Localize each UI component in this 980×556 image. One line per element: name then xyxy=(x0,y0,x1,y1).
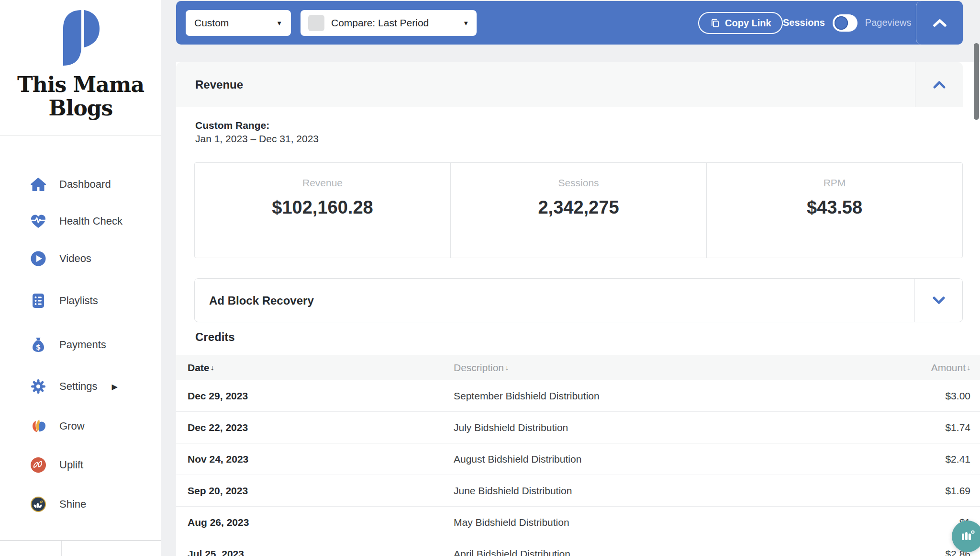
sidebar-item-label: Dashboard xyxy=(59,178,111,191)
custom-range-value: Jan 1, 2023 – Dec 31, 2023 xyxy=(195,132,319,146)
credit-date: Dec 22, 2023 xyxy=(188,412,331,443)
site-logo: This Mama Blogs xyxy=(0,9,161,120)
sessions-toggle-label[interactable]: Sessions xyxy=(783,17,825,28)
credit-amount: $1.69 xyxy=(779,475,970,506)
credit-date: Jul 25, 2023 xyxy=(188,538,331,556)
column-header-date[interactable]: Date↓ xyxy=(188,355,331,380)
stat-value: $102,160.28 xyxy=(195,197,450,218)
revenue-collapse-button[interactable] xyxy=(915,62,963,107)
shine-logo-icon xyxy=(30,496,47,513)
custom-range-block: Custom Range: Jan 1, 2023 – Dec 31, 2023 xyxy=(195,119,319,146)
main-content: Revenue Custom Range: Jan 1, 2023 – Dec … xyxy=(176,62,980,556)
table-row: Nov 24, 2023 August Bidshield Distributi… xyxy=(176,443,980,475)
column-label: Date xyxy=(188,362,210,374)
pageviews-toggle-label[interactable]: Pageviews xyxy=(865,17,912,28)
credit-description: June Bidshield Distribution xyxy=(454,475,789,506)
sidebar-item-shine[interactable]: Shine xyxy=(30,493,86,515)
chevron-up-icon xyxy=(933,80,946,89)
credit-date: Sep 20, 2023 xyxy=(188,475,331,506)
compare-select[interactable]: Compare: Last Period ▼ xyxy=(301,10,477,36)
caret-down-icon: ▼ xyxy=(463,20,469,27)
compare-checkbox[interactable] xyxy=(308,15,324,31)
site-name-line1: This Mama xyxy=(0,73,161,96)
credit-description: August Bidshield Distribution xyxy=(454,443,789,475)
sidebar-footer-vertical-divider xyxy=(61,541,62,556)
sidebar-item-settings[interactable]: Settings ▶ xyxy=(30,375,118,397)
column-label: Amount xyxy=(931,362,966,374)
sidebar-item-health-check[interactable]: Health Check xyxy=(30,210,122,232)
credit-amount: $2.41 xyxy=(779,443,970,475)
chevron-up-icon xyxy=(932,18,947,28)
table-row: Dec 29, 2023 September Bidshield Distrib… xyxy=(176,380,980,412)
mediavine-logo-icon xyxy=(958,526,978,546)
mediavine-assistant-button[interactable] xyxy=(952,521,980,552)
sidebar-item-label: Grow xyxy=(59,420,85,432)
brand-p-logo-icon xyxy=(60,9,101,69)
credit-amount: $3.00 xyxy=(779,380,970,411)
sidebar-item-uplift[interactable]: Uplift xyxy=(30,454,83,476)
table-row: Sep 20, 2023 June Bidshield Distribution… xyxy=(176,475,980,507)
topbar: Custom ▼ Compare: Last Period ▼ Copy Lin… xyxy=(176,1,963,45)
column-header-description[interactable]: Description↓ xyxy=(454,355,789,380)
sidebar-item-videos[interactable]: Videos xyxy=(30,248,91,270)
vertical-scrollbar-thumb[interactable] xyxy=(974,43,979,120)
credits-table-header: Date↓ Description↓ Amount↓ xyxy=(176,355,980,380)
credit-date: Aug 26, 2023 xyxy=(188,507,331,538)
stat-card-revenue: Revenue $102,160.28 xyxy=(195,163,450,258)
money-bag-icon: $ xyxy=(30,336,47,353)
compare-value: Compare: Last Period xyxy=(331,17,459,29)
revenue-section-header: Revenue xyxy=(176,62,963,107)
chevron-right-icon: ▶ xyxy=(112,382,118,391)
stat-card-sessions: Sessions 2,342,275 xyxy=(450,163,706,258)
grow-logo-icon xyxy=(30,418,47,435)
gear-icon xyxy=(30,378,47,395)
credits-title: Credits xyxy=(195,330,235,344)
date-range-value: Custom xyxy=(194,17,272,29)
stat-label: Sessions xyxy=(451,177,706,189)
sidebar-item-label: Health Check xyxy=(59,215,122,227)
sidebar-item-label: Playlists xyxy=(59,295,98,307)
credit-date: Dec 29, 2023 xyxy=(188,380,331,411)
site-name-line2: Blogs xyxy=(0,96,161,120)
revenue-section-title: Revenue xyxy=(195,62,243,107)
sidebar-item-label: Settings xyxy=(59,380,98,393)
sidebar-item-label: Shine xyxy=(59,498,86,511)
adblock-expand-button[interactable] xyxy=(914,279,962,322)
svg-text:$: $ xyxy=(36,343,41,352)
stat-value: $43.58 xyxy=(707,197,962,218)
table-row: Jul 25, 2023 April Bidshield Distributio… xyxy=(176,538,980,556)
sidebar-item-label: Payments xyxy=(59,339,106,351)
credit-amount: $1.74 xyxy=(779,412,970,443)
stat-label: Revenue xyxy=(195,177,450,189)
sidebar-item-label: Videos xyxy=(59,252,91,265)
credit-description: April Bidshield Distribution xyxy=(454,538,789,556)
toggle-knob xyxy=(835,16,848,30)
credit-date: Nov 24, 2023 xyxy=(188,443,331,475)
column-header-amount[interactable]: Amount↓ xyxy=(779,355,970,380)
site-name: This Mama Blogs xyxy=(0,73,161,120)
chevron-down-icon xyxy=(932,296,946,305)
stat-card-rpm: RPM $43.58 xyxy=(706,163,962,258)
sidebar-item-grow[interactable]: Grow xyxy=(30,415,85,437)
credit-amount: $2.86 xyxy=(779,538,970,556)
stat-value: 2,342,275 xyxy=(451,197,706,218)
adblock-recovery-section[interactable]: Ad Block Recovery xyxy=(194,278,963,322)
sidebar-item-label: Uplift xyxy=(59,459,83,471)
date-range-select[interactable]: Custom ▼ xyxy=(186,10,291,36)
credit-description: July Bidshield Distribution xyxy=(454,412,789,443)
custom-range-label: Custom Range: xyxy=(195,119,319,132)
copy-link-button[interactable]: Copy Link xyxy=(698,12,783,34)
table-row: Dec 22, 2023 July Bidshield Distribution… xyxy=(176,412,980,443)
sidebar-item-dashboard[interactable]: Dashboard xyxy=(30,173,111,195)
dashboard-screen: This Mama Blogs Dashboard Health Check xyxy=(0,0,980,556)
adblock-recovery-title: Ad Block Recovery xyxy=(209,279,314,323)
sidebar-divider xyxy=(0,135,161,136)
sidebar-item-playlists[interactable]: Playlists xyxy=(30,290,98,312)
home-icon xyxy=(30,176,47,193)
topbar-collapse-button[interactable] xyxy=(916,1,963,45)
caret-down-icon: ▼ xyxy=(276,20,282,27)
sessions-pageviews-toggle[interactable] xyxy=(833,14,858,32)
copy-link-label: Copy Link xyxy=(725,18,771,29)
sidebar-item-payments[interactable]: $ Payments xyxy=(30,334,106,356)
sort-desc-icon: ↓ xyxy=(967,363,970,372)
